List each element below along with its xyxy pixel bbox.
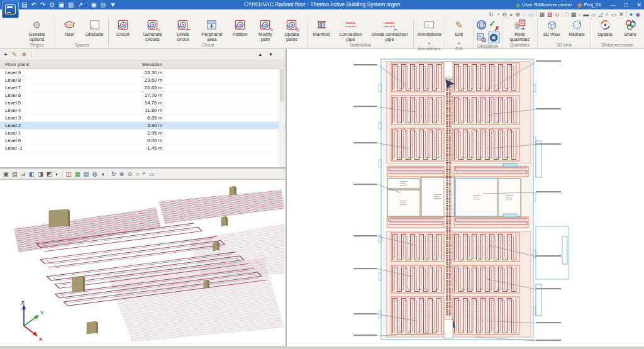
textures-icon[interactable]: ◧ (29, 170, 35, 177)
bimserver-icon[interactable]: ◉ (635, 11, 640, 18)
zoom-window-icon[interactable]: ⊕ (119, 170, 125, 177)
table-row[interactable]: Level 00.00 m (0, 137, 286, 145)
orbit-icon[interactable]: ◔ (496, 11, 499, 18)
snap-angle-icon[interactable]: ◿ (598, 11, 602, 18)
modify-path-button[interactable]: ✎ Modify path (253, 18, 277, 42)
snap-extension-icon[interactable]: ▭ (611, 11, 617, 18)
capture-region-icon[interactable]: ▨ (547, 11, 553, 18)
perspective-icon[interactable]: ◐ (55, 170, 59, 177)
manifold-button[interactable]: Manifold (309, 18, 333, 42)
snap-box-icon[interactable]: □ (565, 11, 568, 18)
render-icon[interactable]: ◍ (92, 170, 97, 177)
grid-icon[interactable]: ▦ (75, 170, 80, 177)
zoom-out-icon[interactable]: ⊖ (502, 11, 507, 18)
snap-grid-icon[interactable]: ▦ (571, 11, 577, 18)
fullscreen-icon[interactable]: ▭ (149, 170, 155, 177)
elevation-cell: 0.00 m (94, 138, 162, 143)
minimize-button[interactable]: — (610, 2, 616, 8)
add-icon[interactable]: + (4, 51, 8, 58)
table-row[interactable]: Level 823.60 m (0, 77, 286, 84)
zoom-icon[interactable]: ⊙ (128, 170, 133, 177)
table-scrollbar[interactable] (279, 69, 285, 167)
zoom-window-icon[interactable]: ⊕ (515, 11, 520, 18)
divide-circuit-button[interactable]: ✂ Divide circuit (170, 18, 196, 42)
print-icon[interactable]: ▣ (3, 170, 9, 177)
maximize-button[interactable]: □ (625, 2, 628, 8)
connection-pipe-button[interactable]: Connection pipe (335, 18, 367, 42)
3d-viewport[interactable]: ZYX (0, 179, 286, 346)
spin-icon[interactable]: ↻ (111, 170, 116, 177)
calculator-button[interactable] (475, 31, 487, 43)
floor-plan-drawing[interactable] (287, 49, 643, 344)
snap-center-icon[interactable]: ○ (605, 11, 608, 18)
plan-view[interactable] (287, 49, 644, 346)
capture-image-icon[interactable]: ▦ (540, 11, 545, 18)
bim-share-button[interactable]: Share (618, 18, 642, 42)
new-space-button[interactable]: New (57, 18, 81, 42)
table-row[interactable]: Level 617.70 m (0, 92, 286, 99)
rolls-quantities-button[interactable]: Rolls quantities (504, 18, 535, 42)
update-paths-button[interactable]: ↻ Update paths (279, 18, 305, 42)
3d-view-button[interactable]: 3D View (540, 18, 564, 42)
orbit-free-icon[interactable]: ◕ (509, 11, 513, 18)
app-menu-button[interactable] (2, 1, 19, 18)
layers-icon[interactable]: ▤ (84, 170, 89, 177)
circuit-button[interactable]: Circuit (111, 18, 135, 42)
hide-elements-icon[interactable]: ◑ (101, 170, 104, 177)
pan-icon[interactable]: ◌ (523, 11, 526, 18)
space-icon (62, 18, 76, 31)
cancel-calculation-button[interactable] (488, 31, 500, 43)
ribbon-group-bimserver: Update Share BIMserver.center (591, 18, 644, 48)
scrollbar-thumb[interactable] (280, 69, 284, 102)
ribbon-group-distribution: Manifold Connection pipe ✂ Divide connec… (308, 18, 414, 48)
snap-nearest-icon[interactable]: ▬ (583, 11, 589, 18)
table-row[interactable]: Level 926.30 m (0, 69, 286, 77)
generate-circuits-button[interactable]: ✎ Generate circuits (136, 18, 169, 42)
general-options-button[interactable]: ⚙ General options (21, 18, 53, 42)
snap-off-icon[interactable]: ✕ (619, 11, 624, 18)
table-row[interactable]: Level -1-1.45 m (0, 145, 286, 152)
pan-icon[interactable]: ○ (136, 170, 140, 177)
web-icon[interactable]: ● (630, 11, 633, 18)
snap-magnet-icon[interactable]: ∪ (555, 11, 560, 18)
user-chip[interactable]: ◉ User BIMserver.center (515, 2, 572, 8)
move-up-icon[interactable]: ▲ (258, 52, 262, 57)
copy-image-icon[interactable]: ▤ (12, 170, 18, 177)
table-row[interactable]: Level 38.85 m (0, 114, 286, 122)
edit-icon[interactable]: ✎ (12, 51, 17, 58)
obstacle-button[interactable]: Obstacle (82, 18, 106, 42)
annotations-button[interactable]: Annotations ▼ (416, 18, 443, 46)
center-view-icon[interactable]: ⌖ (142, 170, 145, 177)
table-row[interactable]: Level 720.65 m (0, 84, 286, 92)
bim-update-button[interactable]: Update (593, 18, 617, 42)
table-row[interactable]: Level 12.95 m (0, 130, 286, 137)
close-button[interactable]: ✕ (636, 2, 641, 8)
table-row[interactable]: Level 411.80 m (0, 107, 286, 114)
delete-icon[interactable]: ✕ (21, 51, 26, 58)
floor-name-cell: Level 7 (0, 85, 94, 91)
3d-drawing[interactable]: ZYX (0, 180, 284, 343)
table-row[interactable]: Level 514.75 m (0, 99, 286, 107)
move-down-icon[interactable]: ▼ (269, 52, 273, 57)
column-header-elevation[interactable]: Elevation (94, 62, 162, 67)
snap-parallel-icon[interactable]: ▱ (591, 11, 596, 18)
section-icon[interactable]: ◫ (66, 170, 72, 177)
pattern-button[interactable]: Pattern (228, 18, 252, 42)
redraw-view-icon[interactable]: ↻ (489, 11, 494, 18)
column-header-floor-plans[interactable]: Floor plans (0, 62, 94, 67)
divide-connection-pipe-button[interactable]: ✂ Divide connection pipe (368, 18, 411, 42)
measure-icon[interactable]: ⊿ (21, 170, 26, 177)
wireframe-icon[interactable]: ◨ (38, 170, 43, 177)
check-data-button[interactable]: ✓✗ (488, 19, 500, 31)
project-chip[interactable]: ◉ Proj_01 (577, 2, 601, 8)
peripheral-area-button[interactable]: Peripheral area (197, 18, 227, 42)
full-view-icon[interactable]: ▭ (528, 11, 534, 18)
edit-button[interactable]: ✎ Edit ▼ (447, 18, 471, 46)
bimserver-user-icon: ◉ (515, 2, 520, 8)
redraw-button[interactable]: Redraw (565, 18, 589, 42)
update-results-button[interactable] (475, 19, 487, 31)
snap-midpoint-icon[interactable]: ▫ (579, 11, 580, 18)
table-row[interactable]: Level 25.90 m (0, 122, 286, 130)
shadows-icon[interactable]: ◩ (47, 170, 52, 177)
floor-name-cell: Level 3 (0, 115, 94, 121)
